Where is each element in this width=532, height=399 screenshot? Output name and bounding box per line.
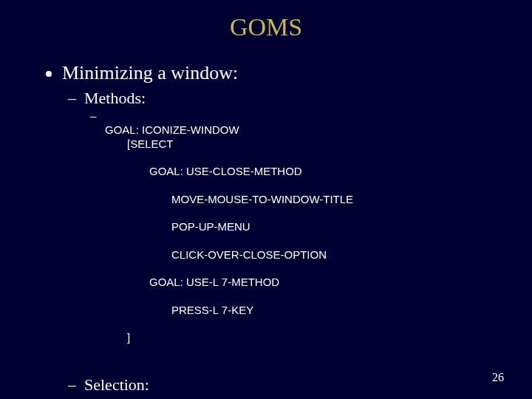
step-click-close: CLICK-OVER-CLOSE-OPTION (105, 248, 502, 262)
slide: GOMS Minimizing a window: Methods: GOAL:… (0, 0, 532, 399)
goal-close: GOAL: USE-CLOSE-METHOD (105, 165, 502, 179)
bullet-minimizing: Minimizing a window: Methods: GOAL: ICON… (62, 62, 502, 399)
goal-l7: GOAL: USE-L 7-METHOD (105, 276, 502, 290)
selection-item: Selection: user Sam: rule 1: USE-CLOSE-M… (84, 375, 502, 399)
slide-title: GOMS (30, 13, 502, 41)
page-number: 26 (492, 371, 504, 384)
selection-code: user Sam: rule 1: USE-CLOSE-METHOD unles… (105, 396, 502, 399)
bullet-list-level2: Methods: GOAL: ICONIZE-WINDOW [SELECT GO… (62, 89, 502, 399)
selection-detail: user Sam: rule 1: USE-CLOSE-METHOD unles… (84, 396, 502, 399)
methods-detail: GOAL: ICONIZE-WINDOW [SELECT GOAL: USE-C… (84, 109, 502, 372)
goms-block: GOAL: ICONIZE-WINDOW [SELECT GOAL: USE-C… (105, 109, 502, 372)
bullet-list-level1: Minimizing a window: Methods: GOAL: ICON… (30, 62, 502, 399)
step-move-mouse: MOVE-MOUSE-TO-WINDOW-TITLE (105, 193, 502, 207)
goal-root: GOAL: ICONIZE-WINDOW (105, 123, 239, 136)
step-press-l7: PRESS-L 7-KEY (105, 304, 502, 318)
selection-block: user Sam: rule 1: USE-CLOSE-METHOD unles… (105, 396, 502, 399)
select-open: [SELECT (105, 137, 502, 151)
methods-label: Methods: (84, 89, 146, 107)
goms-code: GOAL: ICONIZE-WINDOW [SELECT GOAL: USE-C… (105, 109, 502, 372)
step-popup-menu: POP-UP-MENU (105, 220, 502, 234)
selection-label: Selection: (84, 375, 149, 394)
methods-item: Methods: GOAL: ICONIZE-WINDOW [SELECT GO… (84, 89, 502, 372)
bullet-minimizing-text: Minimizing a window: (62, 62, 238, 83)
select-close: ] (105, 331, 502, 345)
